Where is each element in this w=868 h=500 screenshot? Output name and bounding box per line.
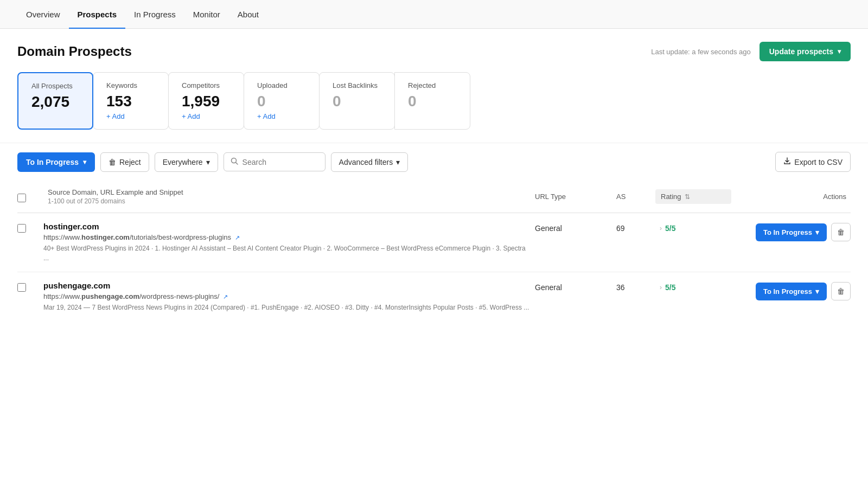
stat-card-rejected[interactable]: Rejected 0 xyxy=(394,72,470,130)
search-wrapper xyxy=(224,152,326,171)
stat-card-all-prospects[interactable]: All Prospects 2,075 xyxy=(17,72,93,130)
stat-add-uploaded[interactable]: + Add xyxy=(257,112,306,120)
nav-item-in-progress[interactable]: In Progress xyxy=(125,0,184,29)
last-update-text: Last update: a few seconds ago xyxy=(651,48,751,56)
page-title: Domain Prospects xyxy=(17,44,132,59)
everywhere-dropdown[interactable]: Everywhere ▾ xyxy=(155,152,218,172)
row-1-to-in-progress-button[interactable]: To In Progress ▾ xyxy=(756,223,827,241)
row-2-delete-button[interactable]: 🗑 xyxy=(831,282,851,300)
stats-row: All Prospects 2,075 Keywords 153 + Add C… xyxy=(0,72,868,143)
search-input[interactable] xyxy=(242,158,318,166)
row-2-trash-icon: 🗑 xyxy=(837,287,845,296)
svg-line-1 xyxy=(235,163,238,165)
stat-value-competitors: 1,959 xyxy=(182,93,231,110)
to-in-progress-chevron-icon: ▾ xyxy=(83,158,86,166)
search-icon xyxy=(231,157,238,166)
row-2-rating-expand-icon[interactable]: › xyxy=(660,284,662,291)
header-source: Source Domain, URL Example and Snippet 1… xyxy=(43,186,531,207)
stat-value-lost-backlinks: 0 xyxy=(333,93,381,110)
row-2-checkbox[interactable] xyxy=(17,283,26,292)
row-2-domain-url: https://www.pushengage.com/wordpress-new… xyxy=(43,292,531,300)
row-2-as: 36 xyxy=(612,281,655,292)
row-1-action-chevron-icon: ▾ xyxy=(815,228,819,236)
row-1-actions: To In Progress ▾ 🗑 xyxy=(731,222,851,241)
header-right: Last update: a few seconds ago Update pr… xyxy=(651,42,851,61)
row-1-checkbox-cell xyxy=(17,222,43,233)
trash-icon: 🗑 xyxy=(108,158,116,166)
row-2-external-link-icon[interactable]: ↗ xyxy=(223,293,228,300)
table-header: Source Domain, URL Example and Snippet 1… xyxy=(17,181,851,213)
stat-label-keywords: Keywords xyxy=(106,81,155,89)
table-row: hostinger.com https://www.hostinger.com/… xyxy=(17,213,851,272)
stat-card-keywords[interactable]: Keywords 153 + Add xyxy=(93,72,169,130)
header-rating: Rating ⇅ xyxy=(655,189,731,204)
update-btn-chevron-icon: ▾ xyxy=(838,48,841,55)
row-1-snippet: 40+ Best WordPress Plugins in 2024 · 1. … xyxy=(43,243,531,263)
table-row: pushengage.com https://www.pushengage.co… xyxy=(17,272,851,321)
row-2-snippet: Mar 19, 2024 — 7 Best WordPress News Plu… xyxy=(43,303,531,312)
export-icon xyxy=(783,157,791,166)
row-1-rating: › 5/5 xyxy=(655,222,731,233)
nav-item-prospects[interactable]: Prospects xyxy=(69,0,126,29)
row-2-rating-value: 5/5 xyxy=(665,283,675,292)
stat-value-rejected: 0 xyxy=(408,93,457,110)
stat-add-keywords[interactable]: + Add xyxy=(106,112,155,120)
stat-label-lost-backlinks: Lost Backlinks xyxy=(333,81,381,89)
table-subheader-count: 1-100 out of 2075 domains xyxy=(48,197,526,205)
row-1-url-type: General xyxy=(531,222,612,233)
stat-card-competitors[interactable]: Competitors 1,959 + Add xyxy=(168,72,244,130)
to-in-progress-button[interactable]: To In Progress ▾ xyxy=(17,152,95,172)
select-all-checkbox[interactable] xyxy=(17,194,26,202)
stat-add-competitors[interactable]: + Add xyxy=(182,112,231,120)
nav-item-overview[interactable]: Overview xyxy=(17,0,69,29)
header-actions: Actions xyxy=(731,190,851,203)
row-1-domain-name: hostinger.com xyxy=(43,222,531,231)
update-prospects-button[interactable]: Update prospects ▾ xyxy=(760,42,851,61)
stat-card-lost-backlinks[interactable]: Lost Backlinks 0 xyxy=(319,72,395,130)
stat-value-uploaded: 0 xyxy=(257,93,306,110)
row-2-rating: › 5/5 xyxy=(655,281,731,292)
row-1-domain-cell: hostinger.com https://www.hostinger.com/… xyxy=(43,222,531,263)
everywhere-chevron-icon: ▾ xyxy=(206,158,210,166)
row-1-external-link-icon[interactable]: ↗ xyxy=(235,234,240,241)
export-csv-button[interactable]: Export to CSV xyxy=(775,152,851,172)
row-2-url-type: General xyxy=(531,281,612,292)
stat-label-competitors: Competitors xyxy=(182,81,231,89)
row-1-domain-url: https://www.hostinger.com/tutorials/best… xyxy=(43,233,531,241)
stat-label-uploaded: Uploaded xyxy=(257,81,306,89)
row-2-domain-name: pushengage.com xyxy=(43,281,531,290)
row-1-trash-icon: 🗑 xyxy=(837,228,845,236)
row-1-rating-expand-icon[interactable]: › xyxy=(660,225,662,232)
row-2-actions: To In Progress ▾ 🗑 xyxy=(731,281,851,300)
row-2-domain-cell: pushengage.com https://www.pushengage.co… xyxy=(43,281,531,312)
nav-item-about[interactable]: About xyxy=(229,0,267,29)
row-2-action-chevron-icon: ▾ xyxy=(815,287,819,296)
row-2-to-in-progress-button[interactable]: To In Progress ▾ xyxy=(756,283,827,300)
toolbar: To In Progress ▾ 🗑 Reject Everywhere ▾ A… xyxy=(0,143,868,181)
top-nav: Overview Prospects In Progress Monitor A… xyxy=(0,0,868,29)
header-url-type: URL Type xyxy=(531,190,612,203)
row-1-as: 69 xyxy=(612,222,655,233)
stat-value-keywords: 153 xyxy=(106,93,155,110)
stat-value-all: 2,075 xyxy=(31,93,79,111)
page-header: Domain Prospects Last update: a few seco… xyxy=(0,29,868,72)
header-as: AS xyxy=(612,190,655,203)
stat-label-rejected: Rejected xyxy=(408,81,457,89)
stat-card-uploaded[interactable]: Uploaded 0 + Add xyxy=(244,72,320,130)
advanced-filters-button[interactable]: Advanced filters ▾ xyxy=(331,152,409,172)
rating-sort-icon[interactable]: ⇅ xyxy=(685,193,690,201)
row-2-checkbox-cell xyxy=(17,281,43,292)
advanced-filters-chevron-icon: ▾ xyxy=(396,158,400,166)
stat-label-all: All Prospects xyxy=(31,82,79,90)
header-checkbox-cell xyxy=(17,191,43,202)
row-1-delete-button[interactable]: 🗑 xyxy=(831,223,851,241)
reject-button[interactable]: 🗑 Reject xyxy=(100,152,149,172)
nav-item-monitor[interactable]: Monitor xyxy=(184,0,229,29)
row-1-rating-value: 5/5 xyxy=(665,224,675,233)
table-container: Source Domain, URL Example and Snippet 1… xyxy=(0,181,868,321)
row-1-checkbox[interactable] xyxy=(17,224,26,233)
